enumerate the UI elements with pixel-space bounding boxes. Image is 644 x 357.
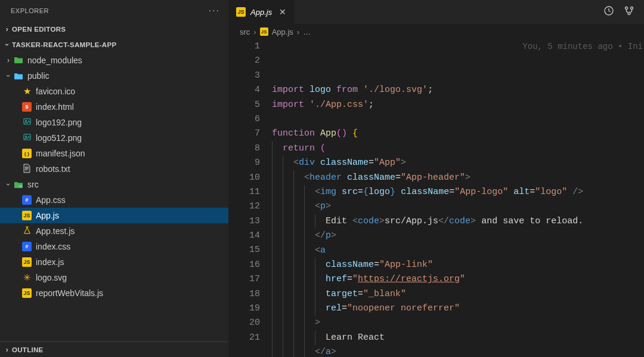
code-line[interactable]: className="App-link": [272, 258, 644, 272]
code-token: "logo": [535, 187, 567, 197]
code-line[interactable]: import logo from './logo.svg';: [272, 83, 644, 97]
tree-indent: [12, 149, 21, 158]
file-index-js[interactable]: JSindex.js: [0, 254, 228, 270]
breadcrumb[interactable]: src › JS App.js › …: [229, 24, 644, 39]
indent-guide: [283, 244, 283, 258]
explorer-header: EXPLORER ···: [0, 0, 228, 21]
file-manifest-json[interactable]: { }manifest.json: [0, 146, 228, 161]
compare-changes-icon[interactable]: [624, 5, 634, 19]
code-token: =: [358, 187, 363, 197]
indent-guide: [304, 301, 305, 316]
svg-file-icon: ✳: [23, 272, 31, 283]
line-number: 3: [229, 69, 260, 83]
file-logo-svg[interactable]: ✳logo.svg: [0, 270, 228, 285]
code-token: './logo.svg': [363, 85, 428, 95]
html-file-icon: 5: [22, 102, 32, 112]
code-token: "App": [374, 158, 401, 168]
code-line[interactable]: href="https://reactjs.org": [272, 272, 644, 287]
code-line[interactable]: <a: [272, 244, 644, 258]
code-line[interactable]: import './App.css';: [272, 98, 644, 112]
tree-item-label: node_modules: [27, 56, 82, 65]
code-line[interactable]: Edit <code>src/App.js</code> and save to…: [272, 214, 644, 229]
code-editor[interactable]: 123456789101112131415161718192021 You, 5…: [229, 39, 644, 357]
code-token: function: [272, 128, 315, 139]
code-content[interactable]: You, 5 minutes ago • Ini import logo fro…: [272, 39, 644, 357]
code-token: href: [326, 274, 347, 284]
code-line[interactable]: >: [272, 316, 644, 330]
timeline-icon[interactable]: [603, 5, 614, 19]
folder-public[interactable]: ›public: [0, 68, 228, 84]
file-app-css[interactable]: #App.css: [0, 192, 228, 208]
file-app-test-js[interactable]: App.test.js: [0, 223, 228, 239]
code-line[interactable]: <img src={logo} className="App-logo" alt…: [272, 185, 644, 199]
code-line[interactable]: </a>: [272, 345, 644, 357]
indent-guide: [315, 287, 315, 301]
code-token: >: [379, 216, 385, 226]
breadcrumb-folder[interactable]: src: [240, 27, 250, 36]
code-line[interactable]: target="_blank": [272, 287, 644, 301]
code-token: <: [352, 216, 358, 226]
chevron-right-icon: ›: [2, 25, 12, 33]
code-line[interactable]: [272, 112, 644, 127]
file-index-css[interactable]: #index.css: [0, 239, 228, 254]
indent-guide: [283, 331, 283, 345]
explorer-title: EXPLORER: [11, 7, 49, 14]
code-token: [358, 85, 363, 95]
code-line[interactable]: function App() {: [272, 127, 644, 141]
breadcrumb-file[interactable]: App.js: [272, 27, 293, 36]
indent-guide: [283, 345, 283, 357]
code-line[interactable]: Learn React: [272, 331, 644, 345]
indent-guide: [283, 258, 283, 272]
code-line[interactable]: rel="noopener noreferrer": [272, 301, 644, 316]
code-token: =: [395, 173, 401, 183]
outline-section[interactable]: › OUTLINE: [0, 341, 228, 357]
indent-guide: [293, 345, 294, 357]
indent-guide: [293, 229, 294, 243]
code-token: return: [283, 143, 315, 153]
indent-guide: [283, 287, 283, 301]
workspace-section[interactable]: › TASKER-REACT-SAMPLE-APP: [0, 37, 228, 53]
explorer-more-actions-icon[interactable]: ···: [209, 5, 220, 16]
code-token: >: [470, 216, 476, 226]
code-token: </: [315, 347, 326, 357]
code-token: {: [352, 128, 358, 139]
file-index-html[interactable]: 5index.html: [0, 99, 228, 115]
folder-src[interactable]: ›src: [0, 177, 228, 192]
git-blame-annotation: You, 5 minutes ago • Ini: [522, 39, 643, 54]
indent-guide: [272, 345, 273, 357]
code-token: ;: [369, 100, 374, 110]
code-token: header: [309, 173, 342, 183]
code-line[interactable]: return (: [272, 141, 644, 156]
file-app-js[interactable]: JSApp.js: [0, 208, 228, 223]
indent-guide: [304, 316, 305, 330]
code-line[interactable]: </p>: [272, 229, 644, 243]
code-token: a: [326, 347, 331, 357]
indent-guide: [304, 185, 305, 199]
code-line[interactable]: <div className="App">: [272, 156, 644, 170]
tab-app-js[interactable]: JS App.js ✕: [229, 0, 295, 24]
breadcrumb-trailing: …: [303, 27, 311, 36]
code-token: =: [358, 289, 363, 299]
indent-guide: [283, 185, 283, 199]
open-editors-section[interactable]: › OPEN EDITORS: [0, 21, 228, 37]
editor-area: JS App.js ✕ src › JS App.js › …: [229, 0, 644, 357]
tree-indent: [12, 273, 21, 282]
code-token: Edit: [326, 216, 352, 226]
file-reportwebvitals-js[interactable]: JSreportWebVitals.js: [0, 285, 228, 301]
code-token: import: [272, 85, 304, 95]
file-logo192-png[interactable]: logo192.png: [0, 115, 228, 130]
code-token: "App-link": [379, 260, 433, 270]
file-robots-txt[interactable]: robots.txt: [0, 161, 228, 177]
file-logo512-png[interactable]: logo512.png: [0, 130, 228, 146]
code-token: Learn React: [326, 333, 385, 343]
folder-node-modules[interactable]: ›node_modules: [0, 53, 228, 68]
indent-guide: [293, 316, 294, 330]
code-line[interactable]: <header className="App-header">: [272, 171, 644, 185]
code-token: >: [315, 318, 320, 328]
file-favicon-ico[interactable]: ★favicon.ico: [0, 84, 228, 99]
close-tab-icon[interactable]: ✕: [277, 7, 289, 17]
tree-indent: [12, 134, 21, 142]
indent-guide: [272, 244, 273, 258]
line-number: 13: [229, 214, 260, 229]
code-line[interactable]: <p>: [272, 199, 644, 214]
